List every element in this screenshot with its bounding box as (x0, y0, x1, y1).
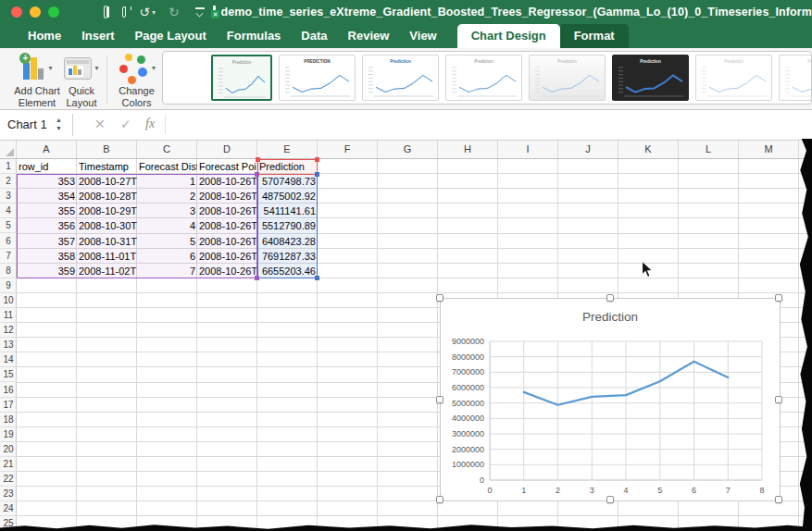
column-header-H[interactable]: H (438, 141, 498, 158)
svg-text:Prediction: Prediction (232, 60, 252, 65)
chart-style-1-selected[interactable]: Prediction (211, 55, 272, 101)
column-header-F[interactable]: F (318, 141, 378, 158)
cell-D1[interactable]: Forecast Poi (197, 159, 257, 174)
range-handle[interactable] (315, 172, 319, 177)
chart-resize-handle[interactable] (775, 396, 782, 403)
select-all-corner[interactable] (0, 141, 17, 158)
chart-resize-handle[interactable] (775, 496, 782, 503)
save-icon[interactable] (122, 6, 126, 18)
row-header-10[interactable]: 10 (0, 293, 17, 308)
zoom-window-button[interactable] (48, 6, 59, 18)
row-header-15[interactable]: 15 (0, 367, 17, 382)
document-icon: ✕ (213, 6, 215, 19)
tab-insert[interactable]: Insert (81, 24, 114, 48)
row-header-6[interactable]: 6 (0, 234, 17, 249)
close-window-button[interactable] (11, 6, 22, 18)
customize-toolbar-icon[interactable] (194, 6, 196, 18)
column-header-E[interactable]: E (257, 141, 318, 158)
svg-text:2: 2 (556, 486, 560, 495)
svg-text:0: 0 (480, 475, 484, 485)
row-header-9[interactable]: 9 (0, 278, 17, 293)
svg-text:0: 0 (487, 486, 492, 495)
tab-formulas[interactable]: Formulas (227, 24, 281, 48)
chart-style-2[interactable]: PREDICTION (279, 55, 356, 101)
cell-C1[interactable]: Forecast Dist (137, 159, 197, 174)
row-header-8[interactable]: 8 (0, 264, 17, 278)
svg-text:7: 7 (726, 486, 731, 495)
name-box[interactable]: Chart 1 ▲▼ (0, 110, 72, 140)
undo-caret-icon[interactable]: ▾ (152, 8, 156, 17)
row-header-7[interactable]: 7 (0, 249, 17, 264)
range-handle[interactable] (315, 276, 319, 280)
tab-chart-design[interactable]: Chart Design (457, 24, 560, 48)
change-colors-button[interactable]: ▾ Change Colors (111, 52, 162, 108)
row-header-23[interactable]: 23 (0, 487, 17, 501)
row-header-17[interactable]: 17 (0, 398, 17, 413)
row-header-13[interactable]: 13 (0, 338, 17, 352)
quick-layout-button[interactable]: ▾ Quick Layout (57, 52, 106, 108)
row-header-4[interactable]: 4 (0, 204, 17, 218)
category-range-highlight (17, 174, 257, 278)
row-header-20[interactable]: 20 (0, 442, 17, 457)
chart-resize-handle[interactable] (436, 396, 443, 403)
column-header-M[interactable]: M (739, 141, 799, 158)
embedded-chart[interactable]: Prediction 01000000200000030000004000000… (440, 298, 781, 501)
row-header-3[interactable]: 3 (0, 189, 17, 204)
insert-function-icon[interactable]: fx (145, 117, 155, 131)
chart-resize-handle[interactable] (775, 294, 782, 302)
tab-home[interactable]: Home (28, 24, 61, 48)
row-header-21[interactable]: 21 (0, 457, 17, 472)
chart-style-5[interactable]: Prediction (529, 55, 606, 101)
chart-resize-handle[interactable] (606, 294, 614, 302)
enter-icon[interactable]: ✓ (120, 117, 131, 131)
chart-resize-handle[interactable] (436, 294, 443, 302)
range-handle[interactable] (256, 157, 260, 162)
redo-icon[interactable]: ↻ (169, 0, 180, 24)
row-header-22[interactable]: 22 (0, 472, 17, 487)
column-header-L[interactable]: L (679, 141, 739, 158)
range-handle[interactable] (315, 157, 319, 162)
add-chart-element-icon: + (21, 56, 45, 81)
chart-style-8[interactable]: Prediction (779, 55, 812, 101)
row-header-19[interactable]: 19 (0, 427, 17, 442)
column-header-I[interactable]: I (498, 141, 558, 158)
chart-style-7[interactable]: Prediction (695, 55, 772, 101)
range-handle[interactable] (255, 172, 259, 177)
formula-bar-input[interactable] (167, 110, 812, 140)
minimize-window-button[interactable] (30, 6, 41, 18)
name-box-stepper[interactable]: ▲▼ (56, 116, 62, 132)
row-header-12[interactable]: 12 (0, 323, 17, 338)
column-header-A[interactable]: A (17, 141, 77, 158)
cancel-icon[interactable]: ✕ (94, 117, 106, 131)
row-header-16[interactable]: 16 (0, 383, 17, 398)
range-handle[interactable] (255, 276, 259, 280)
chart-resize-handle[interactable] (606, 496, 614, 503)
chart-style-6[interactable]: Prediction (612, 55, 689, 101)
cell-A1[interactable]: row_id (17, 159, 77, 174)
column-header-C[interactable]: C (137, 141, 197, 158)
chart-resize-handle[interactable] (436, 496, 443, 503)
tab-format[interactable]: Format (560, 24, 629, 48)
row-header-5[interactable]: 5 (0, 218, 17, 233)
chart-style-3[interactable]: Prediction (362, 55, 439, 101)
cell-B1[interactable]: Timestamp (77, 159, 137, 174)
row-header-1[interactable]: 1 (0, 159, 17, 174)
row-header-2[interactable]: 2 (0, 174, 17, 189)
workbook-icon[interactable] (104, 6, 107, 19)
undo-icon[interactable]: ↺ (139, 0, 150, 24)
tab-page-layout[interactable]: Page Layout (135, 24, 206, 48)
row-header-14[interactable]: 14 (0, 352, 17, 367)
column-header-K[interactable]: K (618, 141, 679, 158)
row-header-24[interactable]: 24 (0, 501, 17, 516)
column-header-D[interactable]: D (197, 141, 257, 158)
tab-data[interactable]: Data (301, 24, 327, 48)
column-header-B[interactable]: B (77, 141, 137, 158)
tab-view[interactable]: View (409, 24, 436, 48)
column-header-G[interactable]: G (378, 141, 438, 158)
row-header-18[interactable]: 18 (0, 413, 17, 427)
chart-style-4[interactable]: Prediction (445, 55, 522, 101)
column-header-J[interactable]: J (558, 141, 618, 158)
excel-window: ↺ ▾ ↻ ✕ demo_time_series_eXtreme_Gradien… (0, 0, 812, 531)
row-header-11[interactable]: 11 (0, 308, 17, 323)
tab-review[interactable]: Review (348, 24, 390, 48)
